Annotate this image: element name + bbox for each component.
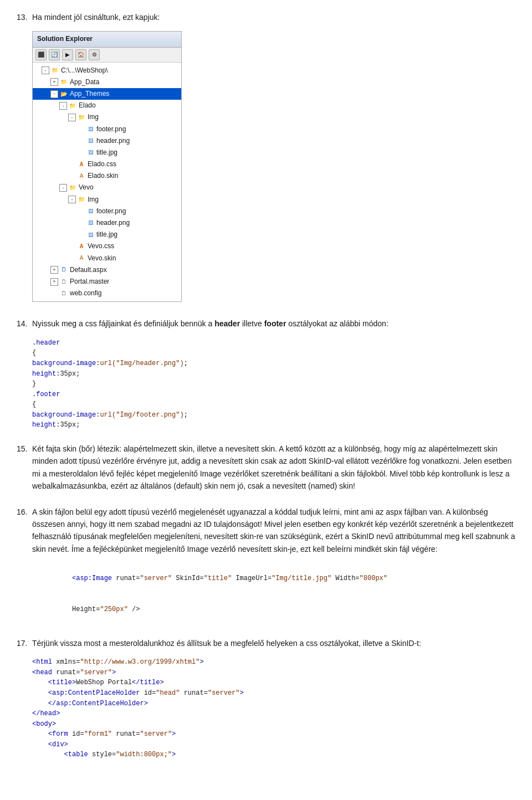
se-label-footer-png-elado: footer.png	[96, 124, 126, 135]
se-btn-1[interactable]: ⬛	[35, 49, 47, 60]
code-17-line-4: <asp:ContentPlaceHolder id="head" runat=…	[32, 688, 515, 699]
se-item-footer-png-vevo[interactable]: 🖼 footer.png	[33, 206, 181, 217]
section-16: 16. A skin fájlon belül egy adott típusú…	[17, 506, 515, 632]
folder-icon-img-vevo: 📁	[77, 195, 86, 204]
se-item-portal-master[interactable]: + 🗒 Portal.master	[33, 276, 181, 288]
se-label-elado-skin: Elado.skin	[88, 171, 118, 181]
code-line-asp-image: <asp:Image runat="server" SkinId="title"…	[32, 563, 515, 594]
folder-icon-vevo: 📁	[68, 183, 77, 192]
code-line-4: height:35px;	[32, 369, 515, 380]
section-15: 15. Két fajta skin (bőr) létezik: alapér…	[17, 443, 515, 500]
se-expand-vevo[interactable]: -	[59, 184, 67, 192]
se-expand-img-elado[interactable]: -	[68, 114, 76, 121]
config-icon-web: 🗒	[59, 289, 68, 298]
section-17: 17. Térjünk vissza most a mesteroldalunk…	[17, 637, 515, 767]
se-btn-5[interactable]: ⚙	[89, 49, 100, 60]
code-line-6: .footer	[32, 389, 515, 400]
se-item-header-png-elado[interactable]: 🖼 header.png	[33, 135, 181, 147]
se-item-default-aspx[interactable]: + 🗒 Default.aspx	[33, 264, 181, 276]
code-17-line-7: <body>	[32, 719, 515, 730]
section-16-text: A skin fájlon belül egy adott típusú vez…	[32, 506, 515, 556]
code-17-line-10: <table style="width:800px;">	[32, 750, 515, 760]
code-block-14: .header { background-image:url("Img/head…	[32, 338, 515, 430]
code-line-1: .header	[32, 338, 515, 348]
code-block-17: <html xmlns="http://www.w3.org/1999/xhtm…	[32, 657, 515, 760]
se-label-app-themes: App_Themes	[70, 89, 109, 99]
code-line-asp-image-2: Height="250px" />	[32, 594, 515, 625]
se-item-title-jpg-vevo[interactable]: 🖼 title.jpg	[33, 229, 181, 240]
se-label-vevo: Vevo	[79, 182, 94, 193]
page-content: 13. Ha mindent jól csináltunk, ezt kapju…	[17, 11, 515, 767]
se-item-header-png-vevo[interactable]: 🖼 header.png	[33, 217, 181, 229]
se-item-vevo-css[interactable]: A Vevo.css	[33, 240, 181, 252]
image-icon-title-vevo: 🖼	[86, 230, 95, 239]
folder-icon-elado: 📁	[68, 101, 77, 110]
section-content-16: A skin fájlon belül egy adott típusú vez…	[32, 506, 515, 632]
section-content-14: Nyissuk meg a css fájljainkat és definiá…	[32, 317, 515, 437]
section-number-17: 17.	[17, 637, 32, 649]
code-line-2: {	[32, 348, 515, 358]
folder-icon-root: 📁	[50, 66, 59, 75]
se-item-img-elado[interactable]: - 📁 Img	[33, 111, 181, 123]
section-13: 13. Ha mindent jól csináltunk, ezt kapju…	[17, 11, 515, 312]
code-line-7: {	[32, 399, 515, 410]
image-icon-title-elado: 🖼	[86, 148, 95, 157]
se-expand-app-themes[interactable]: -	[50, 90, 58, 98]
section-number-16: 16.	[17, 506, 32, 518]
se-item-elado[interactable]: - 📁 Elado	[33, 100, 181, 111]
se-label-header-png-vevo: header.png	[96, 218, 130, 228]
se-label-vevo-skin: Vevo.skin	[88, 253, 116, 264]
solution-explorer-window: Solution Explorer ⬛ 🔄 ▶ 🏠 ⚙ - 📁 C:\...\W…	[32, 31, 182, 302]
se-btn-2[interactable]: 🔄	[49, 49, 60, 60]
se-expand-root[interactable]: -	[42, 66, 49, 74]
bold-footer: footer	[264, 319, 287, 328]
se-path-label: C:\...\WebShop\	[61, 65, 108, 76]
se-label-footer-png-vevo: footer.png	[96, 206, 126, 217]
code-line-5: }	[32, 379, 515, 389]
code-line-9: height:35px;	[32, 420, 515, 430]
aspx-icon-default: 🗒	[59, 265, 68, 274]
master-icon-portal: 🗒	[59, 278, 68, 286]
image-icon-header-elado: 🖼	[86, 136, 95, 145]
se-label-web-config: web.config	[70, 288, 101, 299]
code-17-line-3: <title>WebShop Portal</title>	[32, 678, 515, 688]
code-17-line-5: </asp:ContentPlaceHolder>	[32, 699, 515, 709]
se-toolbar: ⬛ 🔄 ▶ 🏠 ⚙	[33, 48, 181, 63]
se-expand-default-aspx[interactable]: +	[50, 266, 58, 274]
se-item-app-themes[interactable]: - 📂 App_Themes	[33, 88, 181, 100]
se-root-path[interactable]: - 📁 C:\...\WebShop\	[33, 65, 181, 76]
se-item-elado-css[interactable]: A Elado.css	[33, 158, 181, 170]
se-expand-portal-master[interactable]: +	[50, 278, 58, 286]
se-item-title-jpg-elado[interactable]: 🖼 title.jpg	[33, 147, 181, 158]
se-item-vevo-skin[interactable]: A Vevo.skin	[33, 253, 181, 264]
section-14-text: Nyissuk meg a css fájljainkat és definiá…	[32, 317, 515, 330]
skin-icon-elado: A	[77, 172, 86, 181]
se-btn-3[interactable]: ▶	[62, 49, 73, 60]
code-17-line-9: <div>	[32, 740, 515, 750]
folder-icon-app-data: 📁	[59, 78, 68, 86]
folder-icon-app-themes: 📂	[59, 90, 68, 99]
code-17-line-8: <form id="form1" runat="server">	[32, 729, 515, 740]
se-label-header-png-elado: header.png	[96, 136, 130, 146]
se-item-vevo[interactable]: - 📁 Vevo	[33, 182, 181, 193]
se-expand-elado[interactable]: -	[59, 102, 67, 110]
section-number-14: 14.	[17, 317, 32, 330]
se-expand-app-data[interactable]: +	[50, 78, 58, 86]
skin-icon-vevo: A	[77, 254, 86, 263]
section-13-text: Ha mindent jól csináltunk, ezt kapjuk:	[32, 11, 515, 23]
image-icon-footer-vevo: 🖼	[86, 207, 95, 216]
se-tree: - 📁 C:\...\WebShop\ + 📁 App_Data	[33, 63, 181, 302]
se-item-img-vevo[interactable]: - 📁 Img	[33, 194, 181, 206]
se-item-app-data[interactable]: + 📁 App_Data	[33, 76, 181, 88]
se-label-elado-css: Elado.css	[88, 159, 116, 170]
se-btn-4[interactable]: 🏠	[75, 49, 86, 60]
se-label-elado: Elado	[79, 100, 96, 111]
se-item-elado-skin[interactable]: A Elado.skin	[33, 170, 181, 182]
section-15-text: Két fajta skin (bőr) létezik: alapértelm…	[32, 443, 515, 493]
se-label-img-elado: Img	[88, 112, 99, 122]
se-expand-img-vevo[interactable]: -	[68, 196, 76, 203]
css-icon-elado: A	[77, 160, 86, 169]
se-item-footer-png-elado[interactable]: 🖼 footer.png	[33, 124, 181, 135]
code-line-3: background-image:url("Img/header.png");	[32, 358, 515, 369]
se-item-web-config[interactable]: 🗒 web.config	[33, 288, 181, 299]
